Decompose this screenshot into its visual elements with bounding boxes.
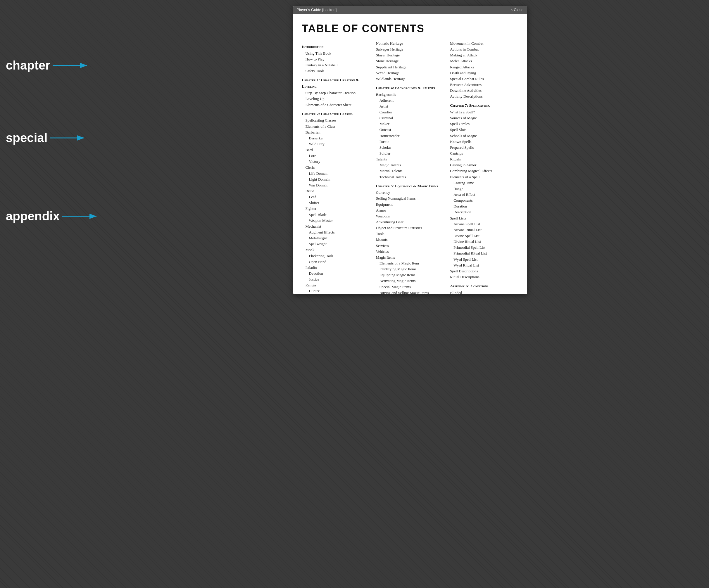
list-item[interactable]: Melee Attacks: [450, 58, 518, 64]
list-item[interactable]: War Domain: [302, 182, 370, 188]
list-item[interactable]: Salvager Heritage: [376, 47, 444, 52]
list-item[interactable]: Backgrounds: [376, 92, 444, 98]
list-item[interactable]: Light Domain: [302, 177, 370, 182]
list-item[interactable]: Lore: [302, 153, 370, 159]
list-item[interactable]: Prepared Spells: [450, 145, 518, 151]
list-item[interactable]: Ranged Attacks: [450, 64, 518, 70]
list-item[interactable]: Rustic: [376, 139, 444, 145]
list-item[interactable]: Spell Circles: [450, 121, 518, 127]
list-item[interactable]: Wild Fury: [302, 141, 370, 147]
list-item[interactable]: Activity Descriptions: [450, 93, 518, 99]
list-item[interactable]: Talents: [376, 156, 444, 162]
list-item[interactable]: Elements of a Character Sheet: [302, 102, 370, 108]
list-item[interactable]: Spell Lists: [450, 215, 518, 221]
list-item[interactable]: Monk: [302, 247, 370, 253]
list-item[interactable]: Safety Tools: [302, 68, 370, 74]
list-item[interactable]: Components: [450, 197, 518, 204]
list-item[interactable]: Description: [450, 209, 518, 215]
list-item[interactable]: Ranger: [302, 282, 370, 288]
list-item[interactable]: Martial Talents: [376, 168, 444, 174]
list-item[interactable]: Armor: [376, 208, 444, 213]
list-item[interactable]: Berserker: [302, 135, 370, 141]
list-item[interactable]: Divine Ritual List: [450, 239, 518, 245]
list-item[interactable]: Wyrd Spell List: [450, 257, 518, 262]
list-item[interactable]: Object and Structure Statistics: [376, 225, 444, 231]
list-item[interactable]: Magic Talents: [376, 162, 444, 168]
list-item[interactable]: Cleric: [302, 164, 370, 170]
list-item[interactable]: Casting Time: [450, 180, 518, 186]
list-item[interactable]: Outcast: [376, 127, 444, 133]
list-item[interactable]: Leaf: [302, 194, 370, 200]
list-item[interactable]: Downtime Activities: [450, 88, 518, 93]
list-item[interactable]: Movement in Combat: [450, 41, 518, 47]
list-item[interactable]: Flickering Dark: [302, 253, 370, 259]
list-item[interactable]: Augment Effects: [302, 230, 370, 235]
list-item[interactable]: Identifying Magic Items: [376, 266, 444, 272]
list-item[interactable]: Making an Attack: [450, 52, 518, 58]
list-item[interactable]: Slayer Heritage: [376, 52, 444, 58]
list-item[interactable]: Equipment: [376, 202, 444, 208]
list-item[interactable]: Homesteader: [376, 133, 444, 139]
list-item[interactable]: Between Adventures: [450, 82, 518, 88]
close-button[interactable]: × Close: [510, 8, 523, 12]
list-item[interactable]: Selling Nonmagical Items: [376, 195, 444, 202]
list-item[interactable]: Open Hand: [302, 259, 370, 265]
list-item[interactable]: Ritual Descriptions: [450, 274, 518, 280]
list-item[interactable]: Primordial Ritual List: [450, 250, 518, 256]
list-item[interactable]: Fighter: [302, 206, 370, 212]
list-item[interactable]: Paladin: [302, 265, 370, 271]
list-item[interactable]: Elements of a Spell: [450, 174, 518, 180]
list-item[interactable]: Services: [376, 243, 444, 249]
list-item[interactable]: Mounts: [376, 237, 444, 243]
list-item[interactable]: Step-By-Step Character Creation: [302, 90, 370, 96]
list-item[interactable]: Using This Book: [302, 51, 370, 56]
list-item[interactable]: Area of Effect: [450, 192, 518, 197]
list-item[interactable]: Blinded: [450, 290, 518, 294]
list-item[interactable]: Courtier: [376, 109, 444, 115]
list-item[interactable]: Actions in Combat: [450, 47, 518, 52]
list-item[interactable]: Activating Magic Items: [376, 278, 444, 284]
list-item[interactable]: Arcane Ritual List: [450, 227, 518, 233]
list-item[interactable]: Wyrd Ritual List: [450, 262, 518, 268]
list-item[interactable]: Victory: [302, 159, 370, 164]
list-item[interactable]: Vehicles: [376, 249, 444, 255]
list-item[interactable]: Tools: [376, 231, 444, 237]
list-item[interactable]: Combining Magical Effects: [450, 168, 518, 174]
list-item[interactable]: Spellcasting Classes: [302, 117, 370, 123]
list-item[interactable]: Currency: [376, 190, 444, 195]
list-item[interactable]: Elements of a Magic Item: [376, 260, 444, 266]
list-item[interactable]: Adventuring Gear: [376, 219, 444, 225]
list-item[interactable]: Elements of a Class: [302, 124, 370, 130]
list-item[interactable]: Soldier: [376, 151, 444, 156]
list-item[interactable]: Equipping Magic Items: [376, 272, 444, 278]
list-item[interactable]: Metallurgist: [302, 235, 370, 241]
list-item[interactable]: Technical Talents: [376, 174, 444, 180]
list-item[interactable]: Spellwright: [302, 241, 370, 247]
list-item[interactable]: Spell Slots: [450, 127, 518, 133]
list-item[interactable]: Vexed Heritage: [376, 70, 444, 76]
list-item[interactable]: Druid: [302, 188, 370, 194]
list-item[interactable]: Magic Items: [376, 255, 444, 260]
list-item[interactable]: Death and Dying: [450, 70, 518, 76]
list-item[interactable]: Barbarian: [302, 130, 370, 135]
list-item[interactable]: Maker: [376, 121, 444, 127]
list-item[interactable]: Duration: [450, 204, 518, 209]
list-item[interactable]: Adherent: [376, 98, 444, 103]
list-item[interactable]: Scholar: [376, 145, 444, 151]
list-item[interactable]: Cantrips: [450, 151, 518, 156]
list-item[interactable]: Hunter: [302, 288, 370, 294]
list-item[interactable]: Schools of Magic: [450, 133, 518, 139]
list-item[interactable]: Weapon Master: [302, 218, 370, 223]
list-item[interactable]: Stone Heritage: [376, 58, 444, 64]
list-item[interactable]: Weapons: [376, 213, 444, 219]
list-item[interactable]: Bard: [302, 147, 370, 153]
list-item[interactable]: Life Domain: [302, 171, 370, 177]
list-item[interactable]: Fantasy in a Nutshell: [302, 62, 370, 68]
list-item[interactable]: How to Play: [302, 56, 370, 62]
toc-content[interactable]: TABLE OF CONTENTS Introduction Using Thi…: [293, 14, 527, 294]
list-item[interactable]: Spell Blade: [302, 212, 370, 218]
list-item[interactable]: Justice: [302, 276, 370, 282]
list-item[interactable]: Artist: [376, 103, 444, 109]
list-item[interactable]: Shifter: [302, 200, 370, 206]
list-item[interactable]: Known Spells: [450, 139, 518, 145]
